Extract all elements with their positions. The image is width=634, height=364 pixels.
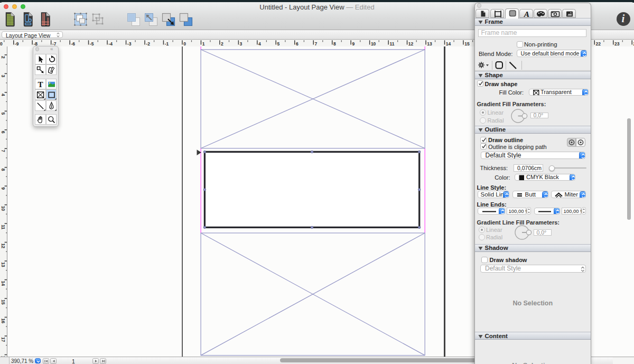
svg-text:23: 23 [614, 41, 620, 46]
svg-text:14: 14 [1, 281, 6, 286]
svg-text:14: 14 [446, 41, 451, 46]
svg-text:22: 22 [596, 41, 601, 46]
svg-text:T: T [38, 79, 43, 88]
svg-text:12: 12 [408, 41, 414, 46]
svg-text:4: 4 [258, 41, 261, 46]
svg-text:-4: -4 [108, 41, 113, 46]
svg-text:12: 12 [1, 244, 6, 249]
svg-text:-2: -2 [146, 41, 150, 46]
svg-text:3: 3 [240, 41, 243, 46]
svg-text:11: 11 [1, 225, 6, 229]
svg-text:A: A [523, 10, 529, 18]
svg-text:13: 13 [427, 41, 432, 46]
svg-text:-9: -9 [15, 41, 19, 46]
svg-text:-10: -10 [0, 41, 3, 46]
svg-text:-6: -6 [71, 41, 75, 46]
svg-text:7: 7 [1, 150, 6, 152]
svg-text:7: 7 [315, 41, 318, 46]
svg-text:0: 0 [183, 41, 186, 46]
svg-text:1: 1 [202, 41, 205, 46]
svg-text:2: 2 [221, 41, 223, 46]
svg-text:5: 5 [1, 112, 6, 115]
svg-text:10: 10 [371, 41, 376, 46]
svg-text:15: 15 [464, 41, 470, 46]
svg-text:11: 11 [389, 41, 394, 46]
svg-text:-3: -3 [127, 41, 132, 46]
svg-text:6: 6 [1, 131, 6, 134]
svg-text:3: 3 [1, 74, 6, 77]
svg-text:16: 16 [1, 319, 6, 324]
svg-text:9: 9 [1, 187, 6, 190]
svg-text:-1: -1 [165, 41, 169, 46]
svg-text:15: 15 [1, 300, 6, 305]
svg-text:9: 9 [352, 41, 355, 46]
svg-text:10: 10 [1, 206, 6, 211]
svg-text:17: 17 [1, 337, 6, 342]
svg-text:5: 5 [277, 41, 280, 46]
svg-text:8: 8 [333, 41, 336, 46]
svg-text:8: 8 [1, 169, 6, 171]
svg-text:2: 2 [1, 56, 6, 59]
svg-text:-5: -5 [90, 41, 94, 46]
svg-text:6: 6 [296, 41, 299, 46]
svg-text:4: 4 [1, 94, 6, 96]
svg-text:13: 13 [1, 262, 6, 267]
